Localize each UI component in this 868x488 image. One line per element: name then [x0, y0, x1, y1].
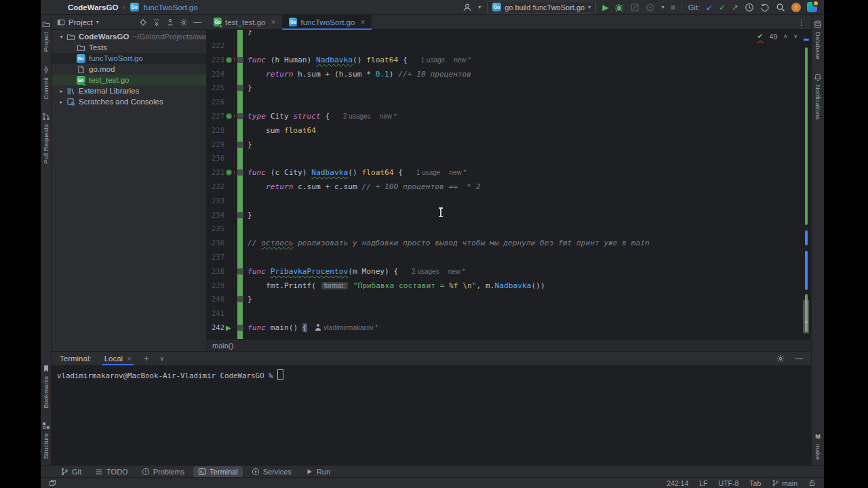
gutter[interactable]	[226, 30, 237, 39]
expand-all-icon[interactable]	[153, 18, 161, 26]
code-line-230[interactable]: 230	[207, 151, 802, 165]
terminal-body[interactable]: vladimirmakarov@MacBook-Air-Vladimir Cod…	[52, 366, 811, 465]
code-line-225[interactable]: 225}	[207, 81, 802, 95]
terminal-tab-close-icon[interactable]: ×	[127, 354, 131, 363]
code-line-242[interactable]: 242▶func main() {vladimirmakarov *	[207, 321, 802, 335]
window-restore-icon[interactable]	[49, 479, 56, 487]
new-terminal-session-icon[interactable]: +	[144, 354, 149, 363]
navigate-up-icon[interactable]: ↑	[233, 113, 236, 120]
gutter[interactable]	[226, 222, 237, 236]
lock-open-icon[interactable]	[808, 479, 816, 487]
file-encoding[interactable]: UTF-8	[719, 479, 739, 487]
tab-options-kebab-icon[interactable]: ⋮	[797, 18, 811, 27]
history-icon[interactable]	[745, 3, 754, 12]
code-text[interactable]: }	[248, 208, 252, 222]
tree-chevron-icon[interactable]: ▸	[57, 88, 66, 94]
code-line-221[interactable]: }	[207, 30, 802, 39]
strip-item-notifications[interactable]: Notifications	[814, 73, 822, 120]
user-chevron-icon[interactable]: ▾	[478, 4, 481, 10]
next-problem-icon[interactable]: ∨	[793, 33, 797, 39]
code-line-232[interactable]: 232 return c.sum + c.sum // + 100 процен…	[207, 180, 802, 194]
code-text[interactable]: sum float64	[248, 123, 316, 138]
hide-panel-icon[interactable]: —	[193, 18, 201, 27]
code-line-224[interactable]: 224 return h.sum + (h.sum * 0.1) //+ 10 …	[207, 67, 802, 81]
gutter[interactable]	[226, 292, 237, 306]
scrollbar-thumb[interactable]	[803, 300, 809, 333]
terminal-dropdown-chevron-icon[interactable]: ∨	[160, 355, 165, 362]
code-text[interactable]: func (c City) Nadbavka() float64 { 1 usa…	[248, 165, 466, 180]
code-line-226[interactable]: 226	[207, 95, 802, 109]
gutter[interactable]: ▶	[226, 321, 237, 335]
code-line-240[interactable]: 240}	[207, 292, 802, 306]
gutter[interactable]	[226, 306, 237, 321]
profiler-chevron-icon[interactable]: ▾	[661, 4, 664, 10]
gutter[interactable]	[226, 39, 237, 53]
gutter[interactable]	[226, 180, 237, 194]
override-marker-icon[interactable]	[226, 57, 232, 63]
code-line-228[interactable]: 228 sum float64	[207, 123, 802, 138]
code-text[interactable]: func main() {vladimirmakarov *	[248, 321, 378, 335]
override-marker-icon[interactable]	[226, 169, 232, 176]
editor[interactable]: }222223↑func (h Human) Nadbavka() float6…	[207, 30, 811, 351]
gutter[interactable]	[226, 123, 237, 138]
fold-marker-icon[interactable]	[237, 169, 243, 176]
code-line-229[interactable]: 229}	[207, 138, 802, 152]
tab-close-icon[interactable]: ×	[360, 18, 365, 27]
code-line-237[interactable]: 237	[207, 250, 802, 264]
code-text[interactable]: // остлось реализовать у надбавки просто…	[248, 236, 650, 250]
tree-item-functwosort-go[interactable]: GofuncTwoSort.go	[52, 53, 206, 64]
run-main-icon[interactable]: ▶	[226, 324, 231, 331]
strip-item-structure[interactable]: Structure	[42, 422, 50, 460]
code-line-227[interactable]: 227↑type City struct { 2 usagesnew *	[207, 109, 802, 123]
fold-marker-icon[interactable]	[237, 212, 243, 218]
code-line-222[interactable]: 222	[207, 39, 802, 53]
tree-item-codewarsgo[interactable]: ▾CodeWarsGO~/GolandProjects/awes	[52, 31, 206, 42]
toolwindow-button-terminal[interactable]: Terminal	[193, 466, 243, 477]
tree-item-external-libraries[interactable]: ▸External Libraries	[52, 85, 206, 96]
strip-item-commit[interactable]: Commit	[42, 66, 50, 100]
gutter[interactable]	[226, 81, 237, 95]
locate-file-icon[interactable]	[139, 18, 147, 26]
user-icon[interactable]	[462, 3, 472, 12]
tree-item-go-mod[interactable]: go.mod	[52, 64, 206, 75]
override-marker-icon[interactable]	[226, 113, 232, 119]
gutter[interactable]: ↑	[226, 165, 237, 180]
fold-marker-icon[interactable]	[237, 113, 243, 119]
gutter[interactable]	[226, 67, 237, 81]
fold-marker-icon[interactable]	[237, 268, 243, 274]
gutter[interactable]	[226, 138, 237, 152]
code-text[interactable]: }	[248, 30, 252, 39]
code-line-236[interactable]: 236// остлось реализовать у надбавки про…	[207, 236, 802, 250]
code-line-235[interactable]: 235	[207, 222, 802, 236]
breadcrumb-project[interactable]: CodeWarsGO	[68, 3, 118, 12]
toolwindow-button-git[interactable]: Git	[56, 466, 86, 477]
coverage-button[interactable]	[630, 3, 639, 12]
rollback-icon[interactable]	[760, 3, 770, 12]
tree-item-test-test-go[interactable]: Go▶test_test.go	[52, 75, 206, 85]
search-everywhere-icon[interactable]	[776, 3, 785, 12]
tab-close-icon[interactable]: ×	[271, 18, 275, 27]
code-line-241[interactable]: 241	[207, 306, 802, 321]
ide-update-icon[interactable]: ↑	[791, 3, 801, 12]
caret-position[interactable]: 242:14	[667, 479, 688, 487]
project-panel-chevron-icon[interactable]: ▾	[96, 19, 99, 25]
terminal-settings-gear-icon[interactable]	[776, 354, 785, 363]
tree-chevron-icon[interactable]: ▾	[57, 34, 66, 40]
code-text[interactable]: return c.sum + c.sum // + 100 процентов …	[248, 180, 481, 194]
strip-item-pull-requests[interactable]: Pull Requests	[42, 113, 50, 164]
navigate-up-icon[interactable]: ↑	[233, 56, 236, 63]
code-line-231[interactable]: 231↑func (c City) Nadbavka() float64 { 1…	[207, 165, 802, 180]
gutter[interactable]	[226, 208, 237, 222]
code-text[interactable]: fmt.Printf( format: "Прибавка составит =…	[248, 279, 545, 293]
project-panel-title[interactable]: Project	[68, 18, 93, 26]
breadcrumb[interactable]: CodeWarsGO › Go funcTwoSort.go	[41, 3, 198, 12]
breadcrumb-file[interactable]: funcTwoSort.go	[144, 3, 198, 12]
gutter[interactable]: ↑	[226, 53, 237, 67]
code-text[interactable]: func (h Human) Nadbavka() float64 { 1 us…	[248, 53, 471, 67]
strip-item-project[interactable]: Project	[42, 20, 50, 52]
git-commit-button[interactable]: ✓	[719, 3, 726, 12]
indent-style[interactable]: Tab	[749, 479, 761, 487]
code-text[interactable]: }	[248, 292, 252, 306]
fold-marker-icon[interactable]	[237, 57, 243, 63]
panel-settings-gear-icon[interactable]	[180, 18, 188, 26]
